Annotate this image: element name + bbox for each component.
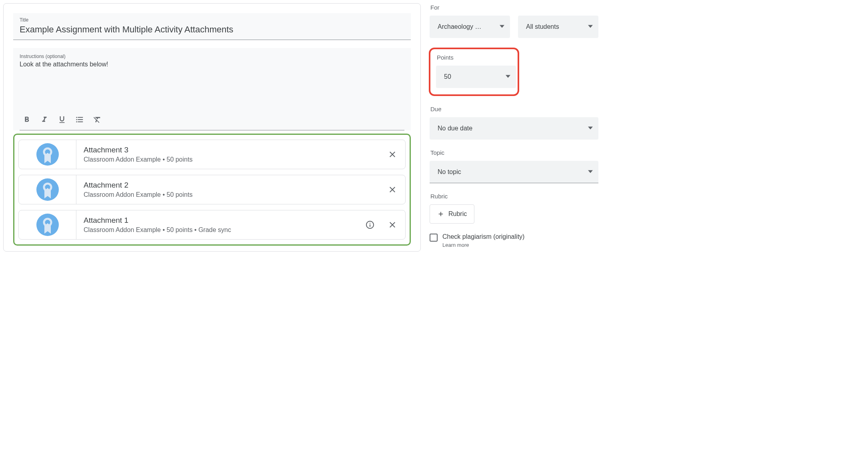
instructions-label: Instructions (optional) bbox=[20, 54, 404, 59]
plus-icon bbox=[437, 210, 444, 218]
clear-format-button[interactable] bbox=[90, 112, 104, 127]
assignment-card: Title Instructions (optional) bbox=[3, 3, 421, 252]
attachment-body: Attachment 3 Classroom Addon Example • 5… bbox=[76, 140, 387, 169]
learn-more-link[interactable]: Learn more bbox=[442, 242, 524, 248]
attachment-subtitle: Classroom Addon Example • 50 points bbox=[84, 191, 380, 198]
chevron-down-icon bbox=[506, 73, 510, 80]
sidebar: For Archaeology … All students Points 50 bbox=[424, 0, 602, 262]
title-input[interactable] bbox=[20, 24, 404, 35]
plagiarism-checkbox[interactable] bbox=[430, 234, 438, 242]
attachment-title: Attachment 1 bbox=[84, 216, 357, 225]
add-rubric-button[interactable]: Rubric bbox=[430, 204, 474, 224]
attachment-subtitle: Classroom Addon Example • 50 points • Gr… bbox=[84, 226, 357, 234]
attachment-card[interactable]: Attachment 3 Classroom Addon Example • 5… bbox=[18, 140, 406, 169]
for-label: For bbox=[430, 4, 598, 11]
format-toolbar bbox=[20, 110, 404, 130]
info-icon[interactable] bbox=[364, 219, 376, 230]
due-date-dropdown[interactable]: No due date bbox=[430, 117, 598, 140]
instructions-field: Instructions (optional) bbox=[13, 48, 411, 130]
bullet-list-button[interactable] bbox=[72, 112, 87, 127]
chevron-down-icon bbox=[588, 125, 593, 132]
students-dropdown[interactable]: All students bbox=[518, 16, 598, 38]
points-dropdown[interactable]: 50 bbox=[436, 66, 516, 88]
attachment-subtitle: Classroom Addon Example • 50 points bbox=[84, 156, 380, 163]
attachment-card[interactable]: Attachment 2 Classroom Addon Example • 5… bbox=[18, 175, 406, 204]
italic-button[interactable] bbox=[37, 112, 52, 127]
topic-dropdown[interactable]: No topic bbox=[430, 161, 598, 183]
rubric-label: Rubric bbox=[430, 193, 598, 200]
topic-label: Topic bbox=[430, 149, 598, 156]
points-label: Points bbox=[437, 54, 512, 61]
remove-attachment-button[interactable] bbox=[387, 184, 398, 195]
title-field[interactable]: Title bbox=[13, 13, 411, 40]
attachment-body: Attachment 2 Classroom Addon Example • 5… bbox=[76, 175, 387, 204]
points-highlight: Points 50 bbox=[429, 48, 519, 96]
plagiarism-label: Check plagiarism (originality) bbox=[442, 233, 524, 240]
attachment-icon bbox=[19, 140, 76, 169]
chevron-down-icon bbox=[588, 168, 593, 176]
underline-button[interactable] bbox=[55, 112, 69, 127]
attachment-icon bbox=[19, 175, 76, 204]
attachment-icon bbox=[19, 210, 76, 239]
attachment-body: Attachment 1 Classroom Addon Example • 5… bbox=[76, 210, 364, 239]
chevron-down-icon bbox=[500, 23, 504, 30]
attachments-list: Attachment 3 Classroom Addon Example • 5… bbox=[13, 134, 411, 246]
chevron-down-icon bbox=[588, 23, 593, 30]
remove-attachment-button[interactable] bbox=[387, 219, 398, 230]
attachment-card[interactable]: Attachment 1 Classroom Addon Example • 5… bbox=[18, 210, 406, 240]
class-dropdown[interactable]: Archaeology … bbox=[430, 16, 510, 38]
attachment-title: Attachment 3 bbox=[84, 146, 380, 154]
due-label: Due bbox=[430, 106, 598, 112]
title-label: Title bbox=[20, 17, 404, 23]
bold-button[interactable] bbox=[20, 112, 34, 127]
instructions-textarea[interactable] bbox=[20, 61, 404, 109]
remove-attachment-button[interactable] bbox=[387, 149, 398, 160]
attachment-title: Attachment 2 bbox=[84, 181, 380, 190]
